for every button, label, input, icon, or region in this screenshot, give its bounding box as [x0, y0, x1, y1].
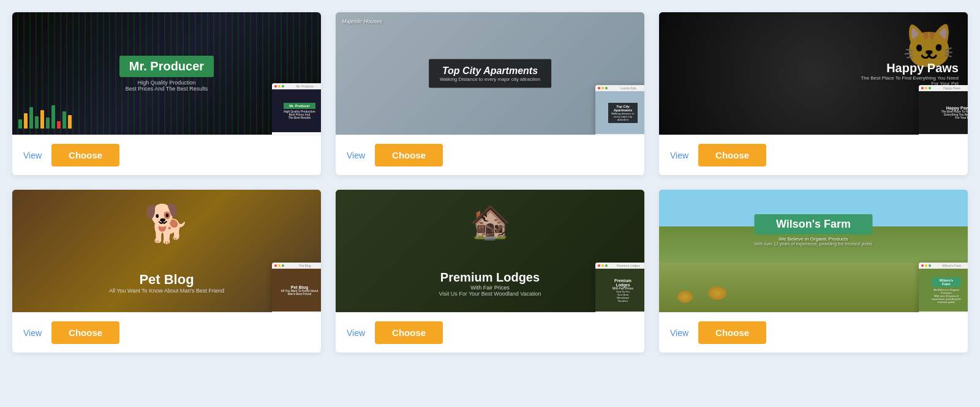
mobile-footer-lodges: ABOUT THE LODGES	[595, 312, 644, 312]
dot-red	[921, 87, 924, 89]
bar	[18, 119, 22, 129]
lodges-hero-content: Premium Lodges With Fair Prices Visit Us…	[439, 271, 541, 297]
card-luxury-apartments: Majestic Houses Top City Apartments Walk…	[336, 12, 644, 175]
bar	[68, 115, 72, 129]
hero-apartments: Majestic Houses Top City Apartments Walk…	[336, 12, 644, 135]
dot-red	[274, 264, 277, 267]
mp-farm-sub: We Believe in OrganicProductsWith over 1…	[932, 288, 961, 304]
mobile-url: Happy Paws	[932, 86, 968, 90]
mp-footer-label: ABOUT US	[274, 134, 321, 135]
card-footer-petblog: View Choose	[12, 312, 321, 353]
mp-lodges-sub2: Visit Us ForYour BestWoodlandVacation	[612, 290, 633, 302]
hay-bale-1	[677, 291, 693, 303]
mp-title: Mr. Producer	[284, 103, 315, 109]
dot-green	[929, 264, 931, 267]
mobile-bar: Premium Lodges	[595, 263, 644, 269]
mobile-bar: Luxury Apts	[595, 85, 644, 91]
card-preview-petblog: 🐕 Pet Blog All You Want To Know About Ma…	[12, 190, 321, 312]
producer-title: Mr. Producer	[119, 56, 214, 77]
mobile-content-farm: Wilson'sFarm We Believe in OrganicProduc…	[919, 269, 968, 312]
mobile-footer-petblog: BLOG	[272, 312, 321, 312]
dot-yellow	[925, 87, 927, 89]
dot-yellow	[601, 87, 604, 89]
dot-yellow	[925, 264, 927, 267]
card-premium-lodges: 🏚️ Premium Lodges With Fair Prices Visit…	[336, 190, 644, 353]
hero-lodges: 🏚️ Premium Lodges With Fair Prices Visit…	[336, 190, 644, 312]
choose-button-mr-producer[interactable]: Choose	[51, 144, 119, 166]
dot-red	[274, 85, 277, 88]
card-footer-lodges: View Choose	[336, 312, 644, 353]
mobile-content-petblog: Pet Blog All You Want To Know AboutMan's…	[272, 269, 321, 312]
paws-subtitle: The Best Place To Find Everything You Ne…	[861, 75, 959, 86]
mobile-bar: Happy Paws	[919, 85, 968, 91]
farm-hero-content: Wilson's Farm We Believe in Organic Prod…	[755, 214, 873, 246]
petblog-hero-content: Pet Blog All You Want To Know About Man'…	[109, 272, 224, 294]
view-button-petblog[interactable]: View	[23, 328, 42, 338]
choose-button-farm[interactable]: Choose	[698, 321, 766, 344]
hero-paws: 🐱 Happy Paws The Best Place To Find Ever…	[659, 12, 968, 135]
mp-paws-title: Happy Paws	[921, 106, 968, 110]
mp-petblog-title: Pet Blog	[281, 285, 318, 289]
mobile-preview-petblog: Pet Blog Pet Blog All You Want To Know A…	[272, 263, 321, 312]
mobile-url: Wilson's Farm	[932, 264, 968, 267]
card-preview-farm: Wilson's Farm We Believe in Organic Prod…	[659, 190, 968, 312]
mobile-url: Pet Blog	[285, 264, 321, 267]
dot-green	[282, 85, 284, 88]
card-preview-apartments: Majestic Houses Top City Apartments Walk…	[336, 12, 644, 135]
paws-title: Happy Paws	[861, 61, 959, 75]
apt-title: Top City Apartments	[440, 65, 540, 77]
mobile-url: Mr. Producer	[285, 84, 321, 88]
card-pet-blog: 🐕 Pet Blog All You Want To Know About Ma…	[12, 190, 321, 353]
bar	[62, 111, 66, 129]
choose-button-paws[interactable]: Choose	[698, 144, 766, 166]
view-button-farm[interactable]: View	[670, 328, 688, 338]
paws-hero-content: Happy Paws The Best Place To Find Everyt…	[861, 61, 959, 86]
card-preview-lodges: 🏚️ Premium Lodges With Fair Prices Visit…	[336, 190, 644, 312]
lodges-title: Premium Lodges	[439, 271, 541, 285]
card-footer-paws: View Choose	[659, 135, 968, 175]
dot-red	[921, 264, 924, 267]
bar	[29, 107, 33, 129]
card-footer-farm: View Choose	[659, 312, 968, 353]
card-footer-mr-producer: View Choose	[12, 135, 321, 175]
mp-farm-text: Wilson'sFarm We Believe in OrganicProduc…	[932, 277, 961, 304]
choose-button-apartments[interactable]: Choose	[375, 144, 443, 166]
mobile-bar: Wilson's Farm	[919, 263, 968, 269]
choose-button-lodges[interactable]: Choose	[375, 321, 443, 344]
view-button-apartments[interactable]: View	[347, 151, 365, 160]
farm-subtitle: We Believe in Organic Products	[755, 236, 873, 242]
mobile-preview-lodges: Premium Lodges PremiumLodges With Fair P…	[595, 263, 644, 312]
mobile-preview-producer: Mr. Producer Mr. Producer High Quality P…	[272, 83, 321, 135]
mobile-content-apartments: Top CityApartments Walking distance toev…	[595, 91, 644, 134]
apt-top-label: Majestic Houses	[342, 18, 644, 24]
mobile-preview-apartments: Luxury Apts Top CityApartments Walking d…	[595, 85, 644, 135]
dot-red	[598, 87, 600, 89]
mp-box-apts: Top CityApartments Walking distance toev…	[608, 103, 637, 123]
mobile-preview-farm: Wilson's Farm Wilson'sFarm We Believe in…	[919, 263, 968, 312]
choose-button-petblog[interactable]: Choose	[51, 321, 119, 344]
mp-text: Mr. Producer High Quality ProductionBest…	[284, 103, 315, 119]
mobile-footer-producer: ABOUT US	[272, 132, 321, 135]
mp-petblog-sub: All You Want To Know AboutMan's Best Fri…	[281, 289, 318, 296]
mp-paws-sub: The Best Place To FindEverything You Nee…	[921, 110, 968, 119]
view-button-mr-producer[interactable]: View	[23, 151, 42, 160]
dot-yellow	[601, 264, 604, 267]
apt-hero-box: Top City Apartments Walking Distance to …	[429, 59, 551, 88]
hay-bale-2	[708, 286, 726, 300]
lodges-subtitle: With Fair Prices	[439, 285, 541, 291]
dot-green	[605, 264, 608, 267]
mp-lodges-title: PremiumLodges	[612, 278, 633, 287]
dot-green	[282, 264, 284, 267]
mobile-content-producer: Mr. Producer High Quality ProductionBest…	[272, 89, 321, 132]
view-button-lodges[interactable]: View	[347, 328, 365, 338]
producer-hero-text: Mr. Producer High Quality Production Bes…	[119, 56, 214, 92]
view-button-paws[interactable]: View	[670, 151, 688, 160]
bar-chart-producer	[18, 104, 72, 129]
mobile-url: Premium Lodges	[609, 264, 644, 267]
mobile-footer-apartments: ABOUT THE APARTMENTS	[595, 134, 644, 135]
bar	[57, 121, 61, 129]
card-preview-paws: 🐱 Happy Paws The Best Place To Find Ever…	[659, 12, 968, 135]
mp-apt-sub: Walking distance toevery major cityattra…	[611, 112, 634, 121]
bar	[51, 105, 55, 129]
producer-subtitle: High Quality Production	[119, 80, 214, 86]
